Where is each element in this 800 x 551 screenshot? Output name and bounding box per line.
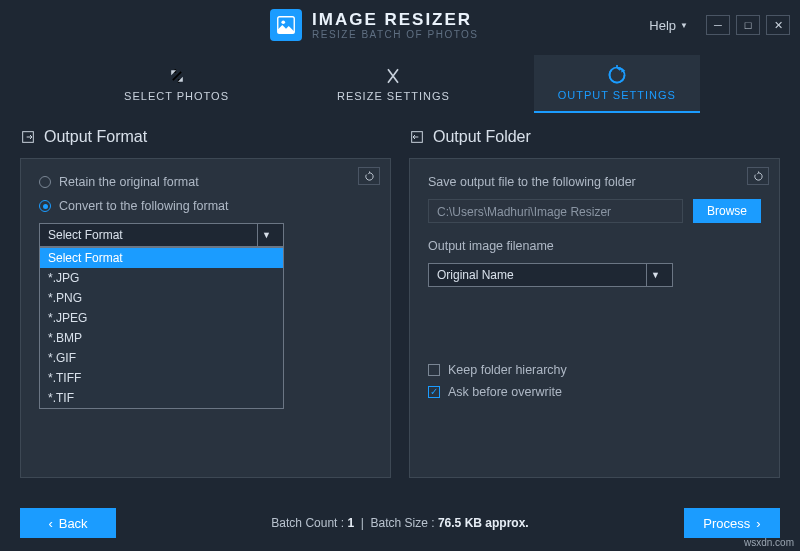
output-path-input[interactable]: C:\Users\Madhuri\Image Resizer bbox=[428, 199, 683, 223]
format-option[interactable]: *.BMP bbox=[40, 328, 283, 348]
back-button[interactable]: ‹ Back bbox=[20, 508, 116, 538]
chevron-down-icon: ▼ bbox=[646, 264, 664, 286]
export-icon bbox=[20, 129, 36, 145]
tab-select-photos[interactable]: SELECT PHOTOS bbox=[100, 56, 253, 112]
format-select[interactable]: Select Format ▼ bbox=[39, 223, 284, 247]
output-folder-title: Output Folder bbox=[433, 128, 531, 146]
svg-point-1 bbox=[281, 20, 285, 24]
format-option[interactable]: *.GIF bbox=[40, 348, 283, 368]
main-tabs: SELECT PHOTOS RESIZE SETTINGS OUTPUT SET… bbox=[0, 50, 800, 118]
watermark: wsxdn.com bbox=[744, 537, 794, 548]
output-format-panel: Output Format Retain the original format… bbox=[20, 128, 391, 478]
folder-icon bbox=[409, 129, 425, 145]
save-folder-label: Save output file to the following folder bbox=[428, 175, 761, 189]
chevron-left-icon: ‹ bbox=[48, 516, 52, 531]
app-subtitle: RESIZE BATCH OF PHOTOS bbox=[312, 30, 479, 40]
app-logo: IMAGE RESIZER RESIZE BATCH OF PHOTOS bbox=[270, 9, 479, 41]
reset-folder-button[interactable] bbox=[747, 167, 769, 185]
checkbox-keep-hierarchy[interactable]: Keep folder hierarchy bbox=[428, 363, 761, 377]
format-option[interactable]: *.TIFF bbox=[40, 368, 283, 388]
radio-convert-format[interactable]: Convert to the following format bbox=[39, 199, 372, 213]
minimize-button[interactable]: ─ bbox=[706, 15, 730, 35]
reset-icon bbox=[753, 171, 764, 182]
help-menu[interactable]: Help ▼ bbox=[649, 18, 688, 33]
footer-bar: ‹ Back Batch Count : 1 | Batch Size : 76… bbox=[0, 495, 800, 551]
format-option[interactable]: *.PNG bbox=[40, 288, 283, 308]
reset-icon bbox=[364, 171, 375, 182]
radio-icon bbox=[39, 176, 51, 188]
maximize-button[interactable]: □ bbox=[736, 15, 760, 35]
format-option[interactable]: Select Format bbox=[40, 248, 283, 268]
output-folder-panel: Output Folder Save output file to the fo… bbox=[409, 128, 780, 478]
radio-retain-original[interactable]: Retain the original format bbox=[39, 175, 372, 189]
format-dropdown: Select Format *.JPG *.PNG *.JPEG *.BMP *… bbox=[39, 247, 284, 409]
tab-label: RESIZE SETTINGS bbox=[337, 90, 450, 102]
output-format-title: Output Format bbox=[44, 128, 147, 146]
app-title: IMAGE RESIZER bbox=[312, 11, 479, 28]
format-option[interactable]: *.JPG bbox=[40, 268, 283, 288]
batch-info: Batch Count : 1 | Batch Size : 76.5 KB a… bbox=[116, 516, 684, 530]
filename-label: Output image filename bbox=[428, 239, 761, 253]
chevron-right-icon: › bbox=[756, 516, 760, 531]
checkbox-icon bbox=[428, 364, 440, 376]
filename-select[interactable]: Original Name ▼ bbox=[428, 263, 673, 287]
app-logo-icon bbox=[270, 9, 302, 41]
close-button[interactable]: ✕ bbox=[766, 15, 790, 35]
tab-resize-settings[interactable]: RESIZE SETTINGS bbox=[313, 56, 474, 112]
radio-icon bbox=[39, 200, 51, 212]
browse-button[interactable]: Browse bbox=[693, 199, 761, 223]
tab-label: SELECT PHOTOS bbox=[124, 90, 229, 102]
checkbox-icon bbox=[428, 386, 440, 398]
tab-output-settings[interactable]: OUTPUT SETTINGS bbox=[534, 55, 700, 113]
reset-format-button[interactable] bbox=[358, 167, 380, 185]
process-button[interactable]: Process › bbox=[684, 508, 780, 538]
tab-label: OUTPUT SETTINGS bbox=[558, 89, 676, 101]
format-option[interactable]: *.JPEG bbox=[40, 308, 283, 328]
chevron-down-icon: ▼ bbox=[257, 224, 275, 246]
format-option[interactable]: *.TIF bbox=[40, 388, 283, 408]
checkbox-ask-overwrite[interactable]: Ask before overwrite bbox=[428, 385, 761, 399]
